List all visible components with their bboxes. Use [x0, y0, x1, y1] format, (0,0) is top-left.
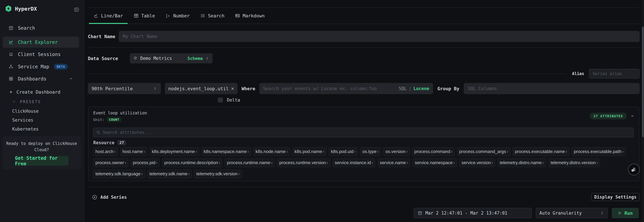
- granularity-select[interactable]: Auto Granularity: [536, 208, 608, 218]
- chart-explorer-icon: [9, 40, 13, 44]
- tab-label: Search: [208, 13, 224, 18]
- chevron-right-icon: ›: [188, 171, 190, 177]
- table-icon: [134, 13, 138, 18]
- group-by-input[interactable]: [464, 83, 640, 94]
- promo-text: Ready to deploy on ClickHouse Cloud?: [5, 141, 78, 153]
- attribute-chip[interactable]: process.command_args ›: [457, 147, 510, 156]
- preset-item[interactable]: ClickHouse: [12, 107, 39, 116]
- language-separator: |: [409, 86, 411, 91]
- sidebar-item-search[interactable]: Search: [3, 22, 79, 33]
- attribute-chip[interactable]: os.version ›: [383, 147, 410, 156]
- search-icon: [96, 130, 100, 134]
- collapse-sidebar-icon[interactable]: [74, 7, 79, 12]
- attribute-chip[interactable]: process.pid ›: [131, 158, 160, 167]
- create-dashboard-button[interactable]: + Create Dashboard: [10, 89, 60, 95]
- attribute-chip[interactable]: service.instance.id ›: [333, 158, 376, 167]
- chart-name-row: Chart Name: [88, 31, 640, 42]
- chevron-right-icon: ›: [326, 160, 328, 165]
- tab-number[interactable]: 123 Number: [161, 8, 194, 24]
- attribute-chip[interactable]: telemetry.sdk.version ›: [194, 169, 242, 178]
- tab-table[interactable]: Table: [129, 8, 160, 24]
- attribute-chip[interactable]: telemetry.distro.version ›: [548, 158, 600, 167]
- attribute-chip[interactable]: process.executable.name ›: [513, 147, 569, 156]
- feedback-floating-button[interactable]: [628, 164, 640, 176]
- chart-type-tabs: Line/Bar Table 123 Number Search Markdow…: [89, 8, 640, 24]
- run-button[interactable]: Run: [612, 208, 639, 218]
- scrollbar-track[interactable]: [642, 0, 644, 222]
- time-range-picker[interactable]: 1 Mar 2 12:47:01 - Mar 2 13:47:01: [414, 208, 532, 218]
- chevron-down-icon: [12, 100, 16, 104]
- resource-group-header: Resource 27: [93, 140, 126, 145]
- where-label: Where: [242, 86, 255, 91]
- chart-name-input[interactable]: [119, 31, 640, 42]
- chevron-right-icon: ›: [542, 160, 544, 165]
- sidebar-item-dashboards[interactable]: Dashboards: [3, 73, 79, 84]
- search-results-icon: [9, 26, 13, 30]
- sidebar-item-client-sessions[interactable]: Client Sessions: [3, 49, 79, 60]
- chevron-right-icon: ›: [247, 149, 249, 154]
- attribute-chips: host.arch › host.name › k8s.deployment.n…: [93, 147, 638, 178]
- attribute-chip[interactable]: telemetry.sdk.name ›: [147, 169, 192, 178]
- sidebar-item-service-map[interactable]: Service Map BETA: [3, 61, 79, 72]
- attribute-search-input[interactable]: [103, 130, 630, 135]
- chevron-right-icon: ›: [451, 149, 452, 154]
- add-series-button[interactable]: Add Series: [92, 193, 127, 201]
- attribute-chip[interactable]: service.name ›: [378, 158, 410, 167]
- get-started-button[interactable]: Get Started for Free: [15, 156, 68, 166]
- preset-item[interactable]: Services: [12, 116, 39, 125]
- attribute-chip[interactable]: telemetry.distro.name ›: [498, 158, 546, 167]
- play-icon: [618, 211, 622, 215]
- chevron-right-icon: ›: [218, 160, 220, 165]
- chevron-right-icon: ›: [144, 149, 145, 154]
- svg-text:1: 1: [419, 213, 420, 215]
- chevron-up-icon[interactable]: [69, 77, 73, 81]
- schema-link[interactable]: Schema: [188, 56, 203, 61]
- dashboards-grid-icon: [9, 77, 13, 81]
- attribute-chip[interactable]: os.type ›: [360, 147, 381, 156]
- display-settings-button[interactable]: Display Settings: [591, 193, 640, 201]
- aggregation-select[interactable]: 90th Percentile: [88, 83, 161, 94]
- delta-checkbox[interactable]: [218, 97, 223, 103]
- attribute-chip[interactable]: process.executable.path ›: [572, 147, 626, 156]
- scrollbar-thumb[interactable]: [642, 27, 644, 137]
- attribute-chip[interactable]: k8s.node.name ›: [254, 147, 290, 156]
- attribute-chip[interactable]: k8s.pod.name ›: [292, 147, 326, 156]
- attribute-chip[interactable]: process.runtime.name ›: [225, 158, 275, 167]
- sidebar-item-chart-explorer[interactable]: Chart Explorer: [3, 37, 79, 48]
- presets-section-toggle[interactable]: PRESETS: [12, 100, 41, 104]
- close-icon[interactable]: ×: [231, 86, 234, 91]
- attribute-chip[interactable]: service.namespace ›: [412, 158, 457, 167]
- tab-search[interactable]: Search: [196, 8, 229, 24]
- attribute-chip[interactable]: process.command ›: [412, 147, 454, 156]
- sql-option[interactable]: SQL: [399, 86, 407, 91]
- unit-row: Unit: COUNT: [93, 117, 121, 122]
- attribute-chip[interactable]: process.runtime.version ›: [277, 158, 330, 167]
- tab-line-bar[interactable]: Line/Bar: [89, 8, 128, 24]
- attribute-chip[interactable]: host.name ›: [120, 147, 147, 156]
- data-source-select[interactable]: Demo Metrics Schema: [130, 53, 212, 63]
- attribute-chip[interactable]: process.runtime.description ›: [162, 158, 222, 167]
- attribute-chip[interactable]: service.version ›: [459, 158, 495, 167]
- chevron-right-icon: ›: [196, 149, 197, 154]
- group-by-label: Group By: [438, 86, 459, 91]
- alias-row: Alias: [88, 69, 640, 79]
- presets-header-label: PRESETS: [20, 100, 41, 104]
- attribute-chip[interactable]: telemetry.sdk.language ›: [93, 169, 145, 178]
- lucene-option[interactable]: Lucene: [414, 86, 429, 91]
- attributes-count-badge: 27 ATTRIBUTES: [590, 113, 627, 119]
- query-language-toggle[interactable]: SQL | Lucene: [399, 86, 429, 91]
- attribute-chip[interactable]: host.arch ›: [93, 147, 118, 156]
- attribute-chip[interactable]: k8s.namespace.name ›: [202, 147, 251, 156]
- attribute-chip[interactable]: k8s.deployment.name ›: [150, 147, 199, 156]
- chevron-up-icon[interactable]: [630, 114, 634, 118]
- tab-markdown[interactable]: Markdown: [230, 8, 269, 24]
- metric-field-tag[interactable]: nodejs.event_loop.util ×: [165, 83, 238, 94]
- preset-item[interactable]: Kubernetes: [12, 125, 39, 133]
- series-alias-input[interactable]: [589, 69, 640, 79]
- plus-icon: +: [10, 89, 12, 95]
- where-search-input[interactable]: [263, 86, 397, 91]
- attribute-chip[interactable]: process.owner ›: [93, 158, 128, 167]
- attribute-chip[interactable]: k8s.pod.uid ›: [329, 147, 358, 156]
- sidebar-item-label: Chart Explorer: [18, 39, 58, 45]
- app-logo[interactable]: HyperDX: [5, 5, 37, 12]
